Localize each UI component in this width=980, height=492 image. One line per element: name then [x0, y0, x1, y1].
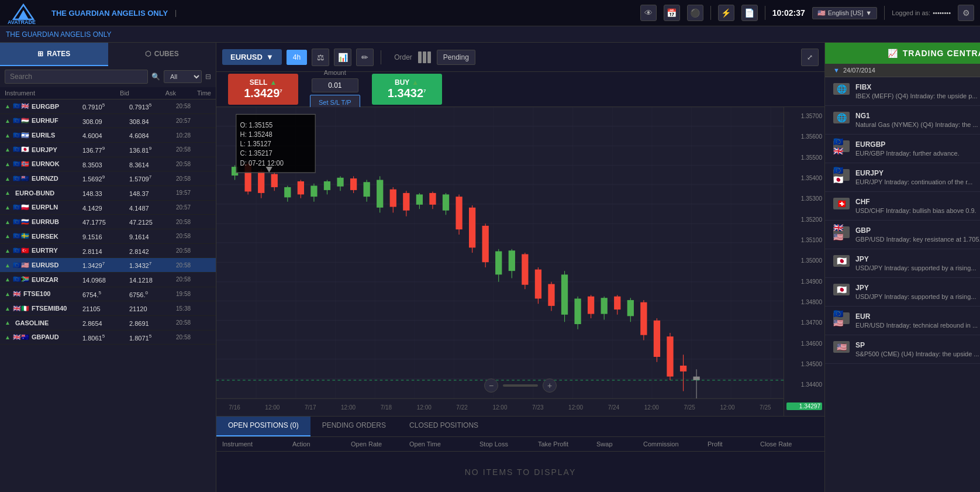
tc-news-item[interactable]: 🇪🇺🇯🇵 EURJPY 09:22 EUR/JPY Intraday: cont…	[825, 163, 980, 192]
svg-rect-32	[310, 185, 317, 197]
filter-dropdown[interactable]: All	[164, 70, 202, 83]
price-level: 1.35200	[786, 216, 822, 223]
calendar-icon[interactable]: 📅	[664, 5, 680, 21]
tc-content: JPY 09:19 USD/JPY Intraday: supported by…	[855, 255, 980, 271]
search-input[interactable]	[5, 70, 148, 84]
rates-table-header: Instrument Bid Ask Time	[0, 87, 216, 99]
tc-news-item[interactable]: 🇺🇸 SP 08:43 S&P500 (CME) (U4) Intraday: …	[825, 335, 980, 364]
rate-row[interactable]: ▲ 🇪🇺🇺🇸 EURUSD 1.34297 1.34327 20:58	[0, 258, 216, 273]
svg-rect-60	[495, 252, 502, 275]
open-positions-tab[interactable]: OPEN POSITIONS (0)	[216, 417, 310, 436]
rate-row[interactable]: ▲ 🇪🇺🇭🇺 EURHUF 308.09 308.84 20:57	[0, 114, 216, 129]
ask-value: 9.1614	[129, 232, 176, 240]
buy-button[interactable]: BUY ▲ 1.34327	[372, 74, 442, 105]
circle-icon[interactable]: ⚫	[687, 5, 703, 21]
rate-row[interactable]: ▲ 🇬🇧🇮🇹 FTSEMIB40 21105 21120 15:38	[0, 301, 216, 316]
ask-value: 8.3614	[129, 160, 176, 168]
time-value: 20:58	[176, 146, 211, 153]
settings-icon[interactable]: ⚙	[958, 5, 974, 21]
rate-row[interactable]: ▲ 🇪🇺🇮🇱 EURILS 4.6004 4.6084 10:28	[0, 128, 216, 143]
rate-row[interactable]: ▲ 🇪🇺🇿🇦 EURZAR 14.0968 14.1218 20:58	[0, 273, 216, 287]
order-area: Order Pending	[394, 50, 475, 65]
svg-rect-72	[574, 298, 581, 324]
pending-order-btn[interactable]: Pending	[437, 50, 475, 65]
chart-bar-icon[interactable]: 📊	[334, 49, 351, 66]
ask-value: 14.1218	[129, 276, 176, 284]
time-axis: 7/1612:007/1712:007/1812:007/2212:007/23…	[216, 398, 784, 416]
ask-value: 1.34327	[129, 261, 176, 269]
cubes-tab[interactable]: ⬡ CUBES	[108, 43, 216, 66]
rate-row[interactable]: ▲ 🇪🇺🇸🇪 EURSEK 9.1516 9.1614 20:58	[0, 229, 216, 244]
pair-selector[interactable]: EURUSD ▼	[222, 49, 282, 65]
time-value: 20:58	[176, 233, 211, 239]
rates-tabs: ⊞ RATES ⬡ CUBES	[0, 43, 216, 66]
rate-row[interactable]: ▲ 🇪🇺🇳🇴 EURNOK 8.3503 8.3614 20:58	[0, 157, 216, 172]
zoom-out-btn[interactable]: −	[484, 379, 498, 393]
tc-description: EUR/JPY Intraday: continuation of the r.…	[855, 178, 980, 185]
tc-title: JPY 09:19	[855, 284, 980, 292]
svg-rect-28	[284, 187, 291, 197]
rate-row[interactable]: ▲ 🇪🇺🇳🇿 EURNZD 1.56929 1.57097 20:58	[0, 171, 216, 186]
rate-row[interactable]: ▲ 🇪🇺🇯🇵 EURJPY 136.779 136.819 20:58	[0, 143, 216, 157]
tc-news-item[interactable]: 🌐 FIBX 10:02 IBEX (MEFF) (Q4) Intraday: …	[825, 77, 980, 106]
rate-row[interactable]: ▲ 🇬🇧🇦🇺 GBPAUD 1.80615 1.80715 20:58	[0, 331, 216, 345]
timeframe-4h[interactable]: 4h	[287, 50, 307, 65]
lightning-icon[interactable]: ⚡	[718, 5, 734, 21]
closed-positions-tab[interactable]: CLOSED POSITIONS	[398, 417, 490, 436]
flag-icon: 🇪🇺🇳🇿	[13, 175, 29, 183]
pending-orders-tab[interactable]: PENDING ORDERS	[310, 417, 398, 436]
price-level: 1.35300	[786, 195, 822, 202]
tc-news-item[interactable]: 🇯🇵 JPY 09:19 USD/JPY Intraday: supported…	[825, 249, 980, 278]
tc-content: JPY 09:19 USD/JPY Intraday: supported by…	[855, 284, 980, 300]
rate-row[interactable]: ▲ 🇪🇺🇵🇱 EURPLN 4.1429 4.1487 20:57	[0, 201, 216, 215]
rate-row[interactable]: ▲ 🇪🇺🇷🇺 EURRUB 47.1775 47.2125 20:58	[0, 215, 216, 229]
instrument-name: ▲ 🇬🇧🇦🇺 GBPAUD	[5, 333, 82, 341]
rate-row[interactable]: ▲ EURO-BUND 148.33 148.37 19:57	[0, 186, 216, 201]
svg-rect-54	[456, 197, 462, 229]
tc-news-item[interactable]: 🇪🇺🇺🇸 EUR 09:18 EUR/USD Intraday: technic…	[825, 307, 980, 335]
tc-flag-icon: 🌐	[833, 83, 850, 95]
zoom-in-btn[interactable]: +	[543, 379, 557, 393]
grid-view-icon[interactable]: ⊟	[205, 73, 211, 81]
rate-row[interactable]: ▲ 🇬🇧 FTSE100 6754.5 6756.0 19:58	[0, 287, 216, 302]
ask-value: 47.2125	[129, 218, 176, 226]
chart-draw-icon[interactable]: ✏	[356, 49, 374, 66]
tc-description: S&P500 (CME) (U4) Intraday: the upside .…	[855, 350, 980, 357]
bid-value: 308.09	[82, 117, 129, 125]
svg-rect-86	[667, 336, 673, 376]
rates-list: ▲ 🇪🇺🇬🇧 EURGBP 0.79105 0.79135 20:58 ▲ 🇪🇺…	[0, 99, 216, 492]
svg-rect-50	[429, 193, 436, 205]
tc-news-item[interactable]: 🇯🇵 JPY 09:19 USD/JPY Intraday: supported…	[825, 278, 980, 307]
tc-news-item[interactable]: 🇬🇧🇺🇸 GBP 09:20 GBP/USD Intraday: key res…	[825, 221, 980, 249]
bid-value: 2.8114	[82, 247, 129, 255]
rate-row[interactable]: ▲ GASOLINE 2.8654 2.8691 20:58	[0, 316, 216, 331]
fullscreen-btn[interactable]: ⤢	[801, 49, 819, 66]
tc-content: EUR 09:18 EUR/USD Intraday: technical re…	[855, 312, 980, 329]
svg-rect-88	[680, 366, 686, 371]
rate-row[interactable]: ▲ 🇪🇺🇹🇷 EURTRY 2.8114 2.8142 20:58	[0, 244, 216, 259]
svg-rect-30	[298, 181, 304, 194]
time-value: 20:57	[176, 118, 211, 124]
amount-input[interactable]	[312, 78, 358, 92]
tc-news-item[interactable]: 🇪🇺🇬🇧 EURGBP 09:24 EUR/GBP Intraday: furt…	[825, 135, 980, 163]
lang-selector[interactable]: 🇺🇸 English [US] ▼	[812, 7, 877, 19]
candlestick-chart[interactable]: O: 1.35155 H: 1.35248 L: 1.35127 C: 1.35…	[216, 107, 784, 398]
instrument-name: ▲ 🇪🇺🇺🇸 EURUSD	[5, 262, 82, 269]
sell-button[interactable]: SELL ▲ 1.34297	[228, 74, 298, 105]
zoom-slider[interactable]	[503, 384, 538, 387]
column-header: Open Rate	[351, 441, 409, 448]
rates-tab[interactable]: ⊞ RATES	[0, 43, 108, 66]
rate-row[interactable]: ▲ 🇪🇺🇬🇧 EURGBP 0.79105 0.79135 20:58	[0, 99, 216, 114]
tc-news-item[interactable]: 🌐 NG1 09:26 Natural Gas (NYMEX) (Q4) Int…	[825, 106, 980, 135]
time-tick: 7/18	[381, 404, 392, 411]
rates-grid-icon: ⊞	[37, 50, 43, 58]
trend-arrow-icon: ▲	[5, 161, 11, 167]
watchlist-icon[interactable]: 👁	[640, 5, 657, 21]
chart-type-icon[interactable]: ⚖	[312, 49, 329, 66]
doc-icon[interactable]: 📄	[741, 5, 758, 21]
tc-news-item[interactable]: 🇨🇭 CHF 09:20 USD/CHF Intraday: bullish b…	[825, 192, 980, 221]
sell-price: 1.34297	[244, 87, 282, 100]
flag-icon: 🇬🇧🇮🇹	[13, 305, 29, 312]
time-value: 20:58	[176, 247, 211, 254]
tc-items-list: 🌐 FIBX 10:02 IBEX (MEFF) (Q4) Intraday: …	[825, 77, 980, 364]
